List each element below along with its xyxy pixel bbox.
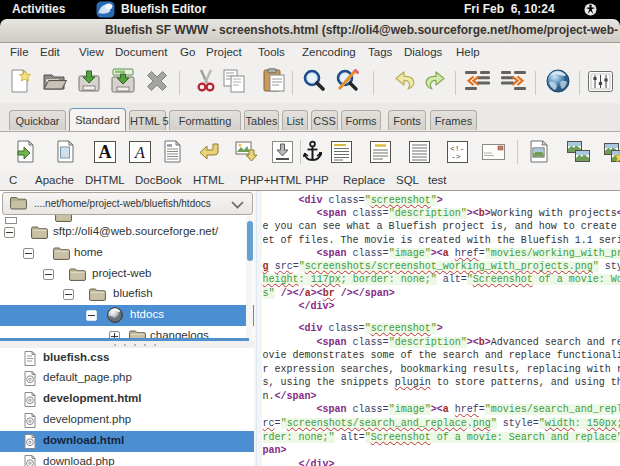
svg-text:A: A [99,142,112,162]
svg-text:->: -> [451,152,461,161]
svg-text:A: A [134,144,145,161]
